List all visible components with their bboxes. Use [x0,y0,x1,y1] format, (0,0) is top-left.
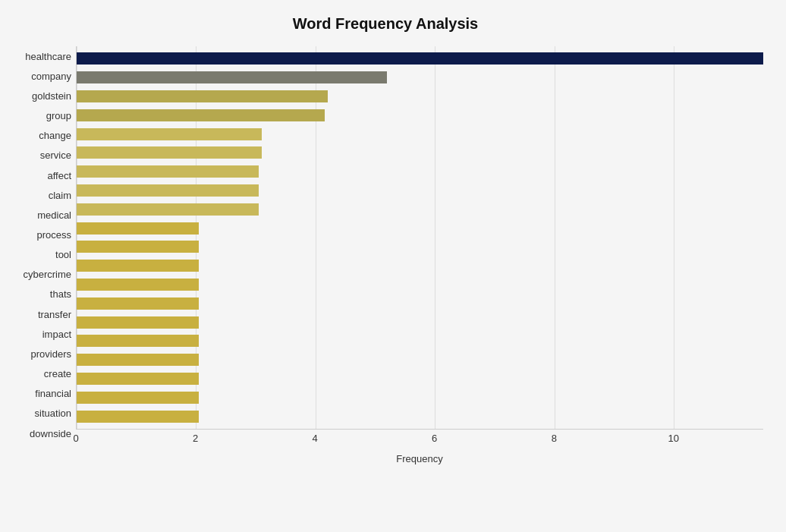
bar-downside [77,411,199,423]
bar-medical [77,203,259,216]
bar-situation [77,392,199,404]
bar-transfer [77,297,199,310]
bar-row-process [77,219,763,238]
bar-row-claim [77,181,763,200]
y-label-affect: affect [8,165,76,185]
x-tick-4: 4 [313,433,318,444]
y-label-change: change [8,126,76,146]
bar-row-affect [77,162,763,181]
y-label-group: group [8,105,76,125]
bar-tool [77,241,199,253]
bar-process [77,222,199,235]
bar-row-service [77,143,763,162]
y-label-impact: impact [8,324,76,344]
bar-goldstein [77,90,328,102]
bar-claim [77,184,259,197]
chart-container: Word Frequency Analysis healthcarecompan… [0,0,786,532]
bar-row-thats [77,275,763,294]
y-label-transfer: transfer [8,304,76,324]
y-label-tool: tool [8,245,76,265]
bar-cybercrime [77,260,199,272]
x-tick-10: 10 [668,433,679,444]
bar-row-financial [77,370,763,389]
y-label-financial: financial [8,384,76,404]
y-labels: healthcarecompanygoldsteingroupchangeser… [8,46,76,464]
bar-service [77,146,262,159]
bar-impact [77,316,199,329]
bar-create [77,354,199,366]
y-label-medical: medical [8,205,76,225]
bar-row-change [77,124,763,143]
x-tick-6: 6 [432,433,437,444]
bar-row-downside [77,407,763,426]
bar-row-cybercrime [77,257,763,275]
bar-row-providers [77,332,763,351]
bar-company [77,71,387,83]
y-label-healthcare: healthcare [8,46,76,66]
bar-row-group [77,105,763,124]
bar-group [77,109,325,121]
bars-section [76,46,763,429]
y-label-claim: claim [8,185,76,205]
y-label-service: service [8,146,76,165]
bars-wrapper [77,46,763,429]
bar-row-healthcare [77,49,763,68]
x-axis: 0246810 [76,429,763,450]
y-label-create: create [8,364,76,384]
bar-row-medical [77,200,763,219]
bar-row-transfer [77,294,763,313]
chart-area: healthcarecompanygoldsteingroupchangeser… [8,46,763,464]
bar-row-create [77,351,763,370]
y-label-cybercrime: cybercrime [8,265,76,285]
y-label-goldstein: goldstein [8,86,76,105]
y-label-providers: providers [8,344,76,364]
x-ticks: 0246810 [76,430,763,448]
plot-area: 0246810 Frequency [76,46,763,464]
bar-providers [77,335,199,347]
bar-financial [77,373,199,385]
bar-row-situation [77,388,763,407]
bar-affect [77,165,259,178]
chart-title: Word Frequency Analysis [8,15,763,33]
x-tick-2: 2 [193,433,198,444]
bar-change [77,128,262,140]
bar-row-impact [77,313,763,332]
bar-row-tool [77,238,763,257]
x-axis-label: Frequency [76,453,763,464]
x-tick-0: 0 [73,433,78,444]
bar-thats [77,279,199,291]
y-label-process: process [8,225,76,244]
x-tick-8: 8 [552,433,557,444]
bar-row-company [77,68,763,87]
y-label-company: company [8,66,76,86]
bar-healthcare [77,52,763,65]
y-label-downside: downside [8,423,76,443]
y-label-situation: situation [8,404,76,423]
y-label-thats: thats [8,285,76,304]
bar-row-goldstein [77,87,763,106]
